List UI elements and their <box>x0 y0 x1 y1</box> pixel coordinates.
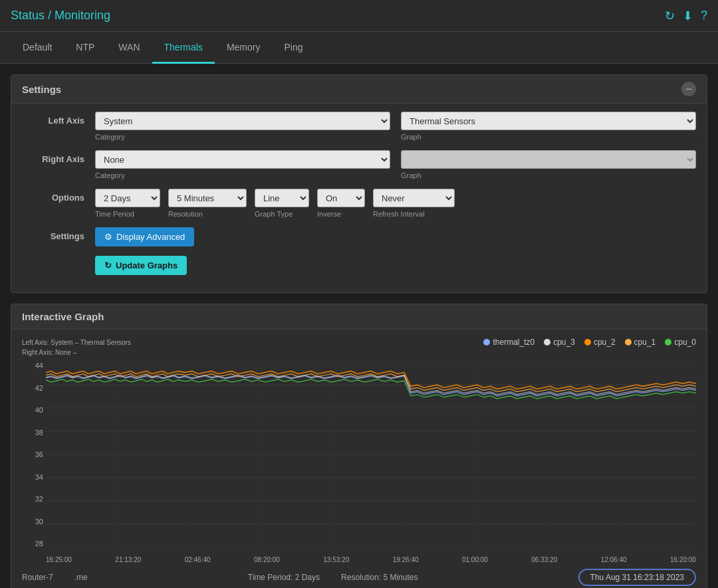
help-icon[interactable]: ? <box>701 9 707 23</box>
tab-memory[interactable]: Memory <box>215 33 273 64</box>
legend-cpu0: cpu_0 <box>665 338 696 347</box>
legend-cpu3: cpu_3 <box>544 338 575 347</box>
x-label-3: 08:20:00 <box>254 556 280 563</box>
breadcrumb-current: Monitoring <box>55 9 110 22</box>
download-icon[interactable]: ⬇ <box>683 9 693 23</box>
chart-svg-area <box>46 361 696 547</box>
chart-axis-labels: Left Axis: System – Thermal Sensors Righ… <box>22 338 131 357</box>
refresh-interval-select[interactable]: Never 30 Seconds 1 Minute <box>373 189 455 207</box>
settings-panel-header: Settings − <box>11 75 707 104</box>
right-axis-graph-select[interactable] <box>401 150 696 169</box>
line-chart-svg <box>46 361 696 547</box>
x-label-0: 16:25:00 <box>46 556 72 563</box>
legend-label-cpu3: cpu_3 <box>553 338 575 347</box>
y-label-40: 40 <box>35 406 43 414</box>
resolution-label: Resolution <box>168 210 247 218</box>
x-label-5: 19:26:40 <box>393 556 419 563</box>
settings-buttons-row: Settings ⚙ Display Advanced <box>22 227 696 246</box>
graph-type-label: Graph Type <box>255 210 309 218</box>
breadcrumb-status: Status <box>11 9 45 22</box>
tab-thermals[interactable]: Thermals <box>152 33 215 64</box>
legend-dot-cpu3 <box>544 339 550 345</box>
inverse-label: Inverse <box>317 210 365 218</box>
settings-row-label: Settings <box>22 227 95 241</box>
y-axis: 44 42 40 38 36 34 32 30 28 <box>22 361 46 547</box>
settings-title: Settings <box>22 84 61 95</box>
graph-type-group: Line Area Bar Graph Type <box>255 189 309 218</box>
update-graphs-label: Update Graphs <box>116 260 178 270</box>
header: Status / Monitoring ↻ ⬇ ? <box>0 0 718 32</box>
right-axis-category-select[interactable]: None <box>95 150 390 169</box>
legend-label-cpu2: cpu_2 <box>594 338 616 347</box>
y-label-34: 34 <box>35 473 43 481</box>
left-axis-category-select[interactable]: System <box>95 112 390 130</box>
legend-dot-cpu2 <box>584 339 591 345</box>
footer-center: Time Period: 2 Days Resolution: 5 Minute… <box>248 573 418 582</box>
x-label-7: 06:33:20 <box>531 556 557 563</box>
right-axis-row: Right Axis None Category Graph <box>22 150 696 179</box>
legend-label-thermal-tz0: thermal_tz0 <box>493 338 535 347</box>
settings-panel: Settings − Left Axis System Category The <box>11 74 707 293</box>
chart-container: Left Axis: System – Thermal Sensors Righ… <box>22 338 696 563</box>
tab-wan[interactable]: WAN <box>106 33 152 64</box>
legend-dot-thermal-tz0 <box>483 339 490 345</box>
left-axis-graph-select[interactable]: Thermal Sensors <box>401 112 696 130</box>
y-label-42: 42 <box>35 384 43 392</box>
left-axis-graph-label: Graph <box>401 133 696 141</box>
right-axis-category-group: None Category <box>95 150 390 179</box>
refresh-icon[interactable]: ↻ <box>665 9 675 23</box>
y-label-38: 38 <box>35 429 43 437</box>
y-label-30: 30 <box>35 518 43 526</box>
nav-tabs: Default NTP WAN Thermals Memory Ping <box>0 32 718 64</box>
chart-legend: thermal_tz0 cpu_3 cpu_2 cpu_1 <box>483 338 696 347</box>
right-axis-annotation: Right Axis: None – <box>22 347 131 357</box>
time-period-select[interactable]: 2 Days 1 Day 1 Week <box>95 189 160 207</box>
legend-cpu1: cpu_1 <box>625 338 656 347</box>
footer-domain: .me <box>74 573 88 582</box>
update-graphs-spacer <box>22 256 95 260</box>
left-axis-category-group: System Category <box>95 112 390 141</box>
left-axis-row: Left Axis System Category Thermal Sensor… <box>22 112 696 141</box>
legend-dot-cpu0 <box>665 339 671 345</box>
main-content: Settings − Left Axis System Category The <box>0 64 718 588</box>
update-graphs-btn-container: ↻ Update Graphs <box>95 256 696 275</box>
footer-timestamp: Thu Aug 31 16:23:18 2023 <box>578 569 696 586</box>
tab-ntp[interactable]: NTP <box>64 33 106 64</box>
legend-label-cpu0: cpu_0 <box>674 338 696 347</box>
left-axis-graph-group: Thermal Sensors Graph <box>401 112 696 141</box>
resolution-group: 5 Minutes 1 Minute 15 Minutes Resolution <box>168 189 247 218</box>
collapse-button[interactable]: − <box>681 82 696 96</box>
refresh-interval-group: Never 30 Seconds 1 Minute Refresh Interv… <box>373 189 455 218</box>
chart-footer: Router-7 .me Time Period: 2 Days Resolut… <box>22 563 696 586</box>
y-label-36: 36 <box>35 450 43 458</box>
x-axis: 16:25:00 21:13:20 02:46:40 08:20:00 13:5… <box>46 556 696 563</box>
tab-default[interactable]: Default <box>11 33 64 64</box>
left-axis-controls: System Category Thermal Sensors Graph <box>95 112 696 141</box>
inverse-select[interactable]: On Off <box>317 189 365 207</box>
legend-dot-cpu1 <box>625 339 632 345</box>
x-label-6: 01:00:00 <box>462 556 488 563</box>
resolution-select[interactable]: 5 Minutes 1 Minute 15 Minutes <box>168 189 247 207</box>
inverse-group: On Off Inverse <box>317 189 365 218</box>
right-axis-graph-label: Graph <box>401 171 696 179</box>
footer-left: Router-7 .me <box>22 573 88 582</box>
right-axis-controls: None Category Graph <box>95 150 696 179</box>
x-label-8: 12:06:40 <box>601 556 627 563</box>
gear-icon: ⚙ <box>104 232 112 242</box>
graph-panel: Interactive Graph Left Axis: System – Th… <box>11 304 707 588</box>
right-axis-graph-group: Graph <box>401 150 696 179</box>
y-label-44: 44 <box>35 361 43 369</box>
graph-body: Left Axis: System – Thermal Sensors Righ… <box>11 330 707 588</box>
y-label-28: 28 <box>35 539 43 547</box>
header-actions: ↻ ⬇ ? <box>665 9 707 23</box>
tab-ping[interactable]: Ping <box>272 33 314 64</box>
x-label-2: 02:46:40 <box>185 556 211 563</box>
graph-type-select[interactable]: Line Area Bar <box>255 189 309 207</box>
update-graphs-button[interactable]: ↻ Update Graphs <box>95 256 187 275</box>
left-axis-annotation: Left Axis: System – Thermal Sensors <box>22 338 131 347</box>
update-graphs-row: ↻ Update Graphs <box>22 256 696 275</box>
graph-title: Interactive Graph <box>11 304 707 330</box>
legend-cpu2: cpu_2 <box>584 338 616 347</box>
footer-resolution: Resolution: 5 Minutes <box>341 573 418 582</box>
display-advanced-button[interactable]: ⚙ Display Advanced <box>95 227 194 246</box>
